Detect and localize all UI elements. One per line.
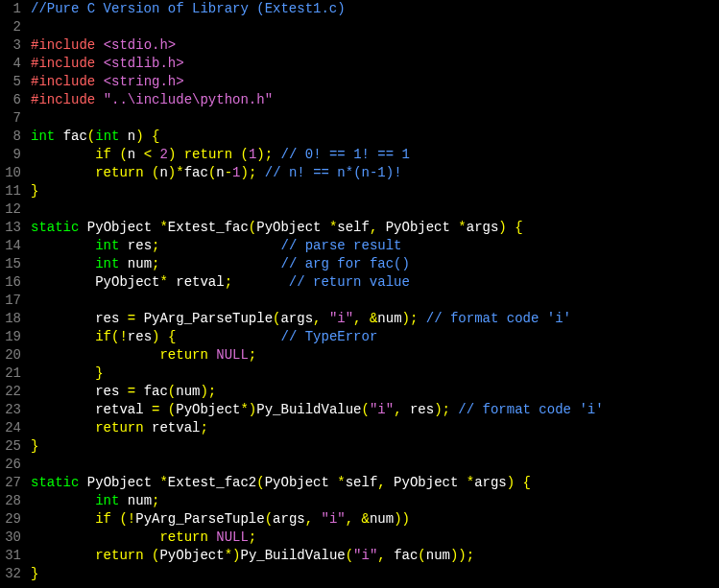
line-number: 23 — [2, 401, 21, 419]
code-token — [31, 256, 95, 271]
code-token: Extest_fac2 — [168, 475, 256, 490]
code-token: // parse result — [280, 238, 401, 253]
code-token — [31, 238, 95, 253]
line-number: 8 — [2, 128, 21, 146]
code-token: fac — [184, 165, 208, 180]
line-number: 16 — [2, 273, 21, 292]
code-token: * — [467, 475, 474, 490]
code-token: ; — [265, 147, 273, 162]
code-line — [31, 109, 719, 128]
code-line: if (!PyArg_ParseTuple(args, "i", &num)) — [31, 510, 719, 529]
code-token — [418, 311, 425, 326]
code-token: * — [159, 274, 167, 290]
code-token: ( — [87, 129, 95, 144]
code-token: "..\include\python.h" — [104, 92, 273, 107]
code-token: { — [152, 129, 159, 144]
line-number: 32 — [2, 565, 21, 583]
line-number-gutter: 1234567891011121314151617181920212223242… — [0, 0, 27, 588]
code-line: //Pure C Version of Library (Extest1.c) — [31, 0, 719, 18]
code-token: ); — [434, 402, 450, 417]
code-token: PyObject — [159, 548, 224, 563]
code-token: return — [159, 347, 207, 363]
code-token: PyArg_ParseTuple — [135, 311, 273, 326]
code-token: Extest_fac — [168, 220, 249, 235]
line-number: 9 — [2, 146, 21, 164]
code-token: ( — [346, 548, 353, 563]
code-token: <stdlib.h> — [104, 56, 184, 71]
code-token: ( — [249, 220, 256, 235]
code-token — [507, 220, 515, 235]
code-token: fac — [135, 384, 168, 399]
line-number: 25 — [2, 437, 21, 456]
code-token — [31, 511, 95, 527]
code-token: args — [273, 511, 305, 527]
code-token: & — [362, 511, 370, 527]
code-token: n — [159, 165, 167, 180]
code-token: ; — [200, 420, 207, 435]
code-token — [95, 56, 103, 71]
code-token: } — [31, 183, 38, 199]
code-token: res — [31, 311, 128, 326]
code-line: int num; // arg for fac() — [31, 255, 719, 273]
code-token — [321, 311, 328, 326]
line-number: 20 — [2, 346, 21, 365]
code-line: retval = (PyObject*)Py_BuildValue("i", r… — [31, 401, 719, 419]
code-token: retval — [168, 274, 225, 290]
code-line: int res; // parse result — [31, 237, 719, 255]
code-token: "i" — [353, 548, 377, 563]
code-token: return — [95, 548, 143, 563]
code-token: )); — [450, 548, 474, 563]
code-token: retval — [144, 420, 201, 435]
code-token — [144, 165, 152, 180]
code-line — [31, 200, 719, 219]
code-token — [256, 165, 264, 180]
code-token: if — [95, 329, 111, 344]
code-token — [31, 347, 159, 363]
code-token: retval — [31, 402, 152, 417]
code-token — [31, 365, 95, 381]
code-token: )) — [394, 511, 410, 527]
code-token: ( — [168, 384, 176, 399]
line-number: 7 — [2, 109, 21, 128]
code-token: Py_BuildValue — [240, 548, 345, 563]
line-number: 5 — [2, 73, 21, 91]
line-number: 26 — [2, 456, 21, 474]
code-token — [232, 147, 240, 162]
code-token — [176, 329, 280, 344]
line-number: 3 — [2, 36, 21, 55]
code-token: num — [119, 493, 152, 508]
code-token: } — [95, 365, 103, 381]
code-token — [176, 147, 183, 162]
code-token: #include — [31, 56, 95, 71]
code-token: return — [184, 147, 232, 162]
code-token — [55, 129, 62, 144]
line-number: 28 — [2, 492, 21, 510]
code-line: res = PyArg_ParseTuple(args, "i", &num);… — [31, 310, 719, 328]
code-token — [362, 311, 370, 326]
code-token: res — [31, 384, 128, 399]
code-token: num — [176, 384, 200, 399]
code-token: *) — [225, 548, 241, 563]
code-token: ) — [256, 147, 264, 162]
code-token — [144, 548, 152, 563]
code-token: return — [159, 529, 207, 545]
code-token: (! — [119, 511, 135, 527]
code-token: 2 — [159, 147, 167, 162]
code-token: #include — [31, 37, 95, 53]
code-editor: 1234567891011121314151617181920212223242… — [0, 0, 719, 588]
code-token: , — [346, 511, 353, 527]
code-token: (! — [111, 329, 128, 344]
code-line: if(!res) { // TypeError — [31, 328, 719, 346]
code-line: if (n < 2) return (1); // 0! == 1! == 1 — [31, 146, 719, 164]
code-token — [144, 129, 152, 144]
code-token: if — [95, 511, 111, 527]
code-token: args — [280, 311, 313, 326]
code-token: res — [119, 238, 152, 253]
code-token: Py_BuildValue — [256, 402, 361, 417]
line-number: 18 — [2, 310, 21, 328]
code-token: ) — [135, 129, 143, 144]
code-token: ( — [168, 402, 176, 417]
code-token: "i" — [370, 402, 394, 417]
code-token — [353, 511, 361, 527]
code-line: } — [31, 365, 719, 383]
